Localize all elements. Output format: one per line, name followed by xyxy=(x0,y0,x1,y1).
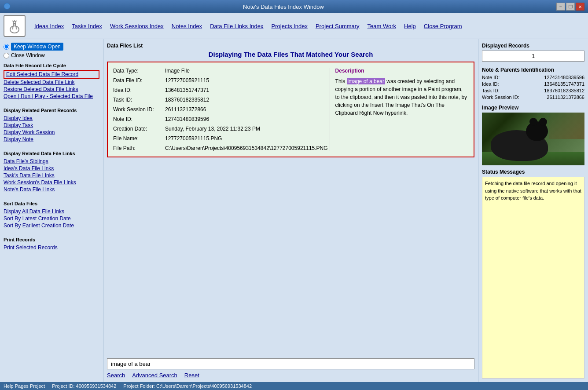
radio-group: Keep Window Open Close Window xyxy=(4,43,99,58)
svg-point-0 xyxy=(4,3,10,9)
menu-tasks-index[interactable]: Tasks Index xyxy=(68,21,106,31)
tree-branches xyxy=(549,113,584,139)
task-data-file-links[interactable]: Task's Data File Links xyxy=(4,172,99,179)
data-file-id-value: 127727005921115 xyxy=(165,77,209,84)
creation-date-label: Creation Date: xyxy=(113,126,162,132)
note-id-label: Note ID: xyxy=(113,116,162,122)
search-input[interactable] xyxy=(107,358,474,369)
work-session-data-file-links[interactable]: Work Session's Data File Links xyxy=(4,179,99,186)
parent-records-section-title: Display Related Parent Records xyxy=(4,108,99,113)
data-type-value: Image File xyxy=(165,68,190,74)
right-task-id-label: Task ID: xyxy=(482,88,500,93)
main-content: Data Files List Displaying The Data File… xyxy=(103,39,478,382)
advanced-search-button[interactable]: Advanced Search xyxy=(132,372,177,379)
reset-button[interactable]: Reset xyxy=(184,372,199,379)
idea-id-value: 136481351747371 xyxy=(165,87,209,93)
data-file-id-label: Data File ID: xyxy=(113,77,162,84)
close-window-label: Close Window xyxy=(11,52,45,58)
data-type-label: Data Type: xyxy=(113,68,162,74)
right-note-id-label: Note ID: xyxy=(482,75,500,80)
close-window-radio[interactable]: Close Window xyxy=(4,52,99,58)
search-bar-area: Search Advanced Search Reset xyxy=(107,355,474,379)
sort-by-latest[interactable]: Sort By Latest Creation Date xyxy=(4,215,99,222)
menu-projects-index[interactable]: Projects Index xyxy=(268,21,311,31)
sidebar: Keep Window Open Close Window Data File … xyxy=(0,39,103,382)
image-preview-title: Image Preview xyxy=(482,105,584,111)
menu-notes-index[interactable]: Notes Index xyxy=(168,21,206,31)
displayed-records-count: 1 xyxy=(482,51,584,62)
creation-date-value: Sunday, February 13, 2022 11:32:23 PM xyxy=(165,126,260,132)
right-note-id-value: 127431480839596 xyxy=(544,75,584,80)
status-project-folder: Project Folder: C:\Users\Darren\Projects… xyxy=(123,383,252,389)
note-parents-section: Note & Parents Identification Note ID: 1… xyxy=(482,67,584,101)
right-work-session-id-row: Work Session ID: 26111321372866 xyxy=(482,95,584,100)
menu-work-sessions-index[interactable]: Work Sessions Index xyxy=(107,21,167,31)
description-title: Description xyxy=(335,68,468,74)
right-work-session-id-value: 26111321372866 xyxy=(547,95,584,100)
note-parents-title: Note & Parents Identification xyxy=(482,67,584,73)
delete-selected-link[interactable]: Delete Selected Data File Link xyxy=(4,79,99,86)
title-bar: Note's Data Files Index Window − ❐ ✕ xyxy=(0,0,588,13)
work-session-id-label: Work Session ID: xyxy=(113,106,162,113)
right-panel: Displayed Records 1 Note & Parents Ident… xyxy=(478,39,588,382)
sort-by-earliest[interactable]: Sort By Earliest Creation Date xyxy=(4,222,99,229)
data-file-siblings-link[interactable]: Data File's Siblings xyxy=(4,158,99,165)
data-file-links-section-title: Display Related Data File Links xyxy=(4,151,99,156)
creation-date-row: Creation Date: Sunday, February 13, 2022… xyxy=(113,126,328,132)
file-name-row: File Name: 127727005921115.PNG xyxy=(113,135,328,142)
task-id-row: Task ID: 183760182335812 xyxy=(113,97,328,103)
display-all-data-file-links[interactable]: Display All Data File Links xyxy=(4,208,99,215)
close-window-button[interactable]: ✕ xyxy=(576,3,584,11)
idea-data-file-links[interactable]: Idea's Data File Links xyxy=(4,165,99,172)
right-idea-id-label: Idea ID: xyxy=(482,81,499,87)
file-name-value: 127727005921115.PNG xyxy=(165,135,222,142)
menu-close-program[interactable]: Close Program xyxy=(420,21,466,31)
display-note-link[interactable]: Display Note xyxy=(4,136,99,143)
data-file-id-row: Data File ID: 127727005921115 xyxy=(113,77,328,84)
status-project: Help Pages Project xyxy=(4,383,45,389)
data-record-box: Data Type: Image File Data File ID: 1277… xyxy=(107,62,474,157)
menu-project-summary[interactable]: Project Summary xyxy=(312,21,363,31)
task-id-value: 183760182335812 xyxy=(165,97,209,103)
menu-data-file-links-index[interactable]: Data File Links Index xyxy=(206,21,267,31)
keep-window-open-radio[interactable]: Keep Window Open xyxy=(4,43,99,51)
image-preview-box xyxy=(482,113,584,165)
menu-help[interactable]: Help xyxy=(401,21,419,31)
display-task-link[interactable]: Display Task xyxy=(4,122,99,129)
record-left: Data Type: Image File Data File ID: 1277… xyxy=(113,68,328,151)
svg-point-1 xyxy=(10,26,19,33)
bear-ear-left xyxy=(529,118,537,126)
restore-deleted-link[interactable]: Restore Deleted Data File Links xyxy=(4,86,99,93)
right-task-id-value: 183760182335812 xyxy=(544,88,584,93)
right-idea-id-value: 136481351747371 xyxy=(544,81,584,87)
bear-ear-right xyxy=(539,118,547,126)
display-idea-link[interactable]: Display Idea xyxy=(4,115,99,122)
print-records-section-title: Print Records xyxy=(4,237,99,242)
note-data-file-links[interactable]: Note's Data File Links xyxy=(4,186,99,193)
right-idea-id-row: Idea ID: 136481351747371 xyxy=(482,81,584,87)
search-buttons: Search Advanced Search Reset xyxy=(107,372,474,379)
description-text: This image of a bear was created by sele… xyxy=(335,77,468,117)
file-path-label: File Path: xyxy=(113,145,162,151)
edit-selected-link[interactable]: Edit Selected Data File Record xyxy=(4,70,99,79)
restore-button[interactable]: ❐ xyxy=(566,3,575,11)
idea-id-label: Idea ID: xyxy=(113,87,162,93)
title-bar-icon xyxy=(4,3,11,11)
menu-team-work[interactable]: Team Work xyxy=(364,21,400,31)
menu-links: Ideas Index Tasks Index Work Sessions In… xyxy=(31,21,466,31)
record-right: Description This image of a bear was cre… xyxy=(330,68,468,151)
status-bar: Help Pages Project Project ID: 400956931… xyxy=(0,382,588,390)
title-bar-controls: − ❐ ✕ xyxy=(556,3,584,11)
idea-id-row: Idea ID: 136481351747371 xyxy=(113,87,328,93)
menu-ideas-index[interactable]: Ideas Index xyxy=(31,21,67,31)
right-task-id-row: Task ID: 183760182335812 xyxy=(482,88,584,93)
svg-line-5 xyxy=(16,21,17,22)
image-preview-section: Image Preview xyxy=(482,105,584,165)
display-work-session-link[interactable]: Display Work Session xyxy=(4,129,99,136)
window-content: Ideas Index Tasks Index Work Sessions In… xyxy=(0,13,588,390)
search-button[interactable]: Search xyxy=(107,372,125,379)
open-run-play-link[interactable]: Open | Run | Play - Selected Data File xyxy=(4,93,99,100)
minimize-button[interactable]: − xyxy=(556,3,565,11)
file-name-label: File Name: xyxy=(113,135,162,142)
print-selected-records[interactable]: Print Selected Records xyxy=(4,244,99,251)
